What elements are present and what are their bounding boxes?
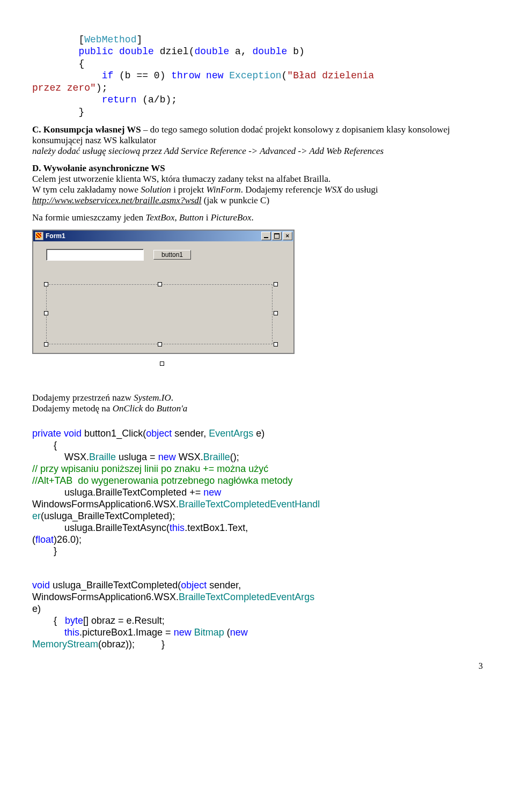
resize-handle[interactable] [44,311,48,315]
code-block-button-click: private void button1_Click(object sender… [32,416,483,557]
maximize-button[interactable] [272,232,282,240]
resize-handle[interactable] [160,361,164,366]
resize-handle[interactable] [274,342,278,346]
form-icon [35,232,43,240]
form1-title: Form1 [46,232,65,240]
paragraph-d2: Na formie umieszczamy jeden TextBox, But… [32,212,483,223]
close-button[interactable] [283,232,292,240]
code-block-completed: void usluga_BrailleTextCompleted(object … [32,568,483,651]
wsdl-link[interactable]: http://www.webservicex.net/braille.asmx?… [32,195,202,205]
heading-c: C. Konsumpcja własnej WS [32,124,141,135]
resize-handle[interactable] [158,282,162,286]
form1-window: Form1 button1 [32,230,295,354]
minimize-button[interactable] [261,232,271,240]
resize-handle[interactable] [274,282,278,286]
picturebox1[interactable] [46,284,273,344]
resize-handle[interactable] [44,342,48,346]
paragraph-e: Dodajemy przestrzeń nazw System.IO. Doda… [32,393,483,414]
resize-handle[interactable] [44,282,48,286]
code-block-webmethod: [WebMethod] public double dziel(double a… [32,21,483,118]
page-number: 3 [32,661,483,671]
paragraph-d: D. Wywołanie asynchroniczne WS Celem jes… [32,163,483,206]
paragraph-c: C. Konsumpcja własnej WS – do tego sameg… [32,124,483,157]
resize-handle[interactable] [274,311,278,315]
button1[interactable]: button1 [153,250,191,260]
form1-titlebar: Form1 [33,231,293,241]
textbox1[interactable] [46,249,144,261]
heading-d: D. Wywołanie asynchroniczne WS [32,163,165,173]
resize-handle[interactable] [158,342,162,346]
